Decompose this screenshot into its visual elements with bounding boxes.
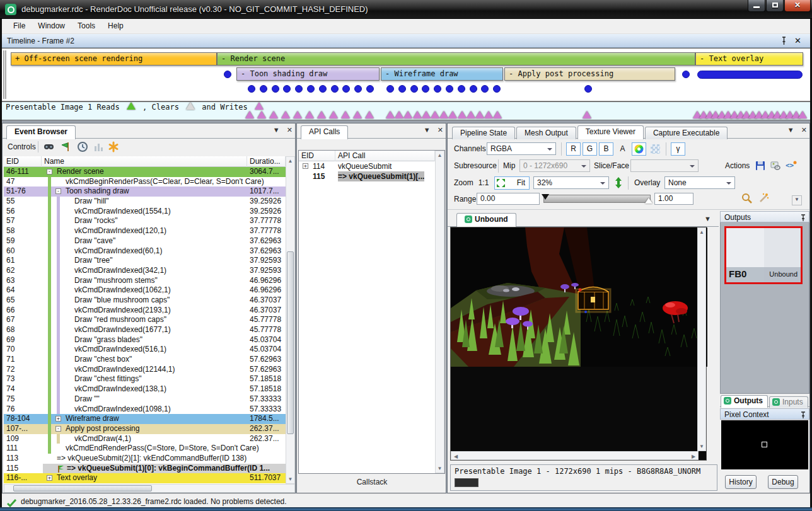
write-marker[interactable] bbox=[269, 111, 278, 118]
event-row[interactable]: 73Draw "chest fittings"57.18518 bbox=[4, 374, 286, 384]
event-row[interactable]: 47vkCmdBeginRenderPass(C=Clear, D=Clear,… bbox=[4, 177, 286, 187]
tab-capture-executable[interactable]: Capture Executable bbox=[645, 127, 728, 139]
timeline-bar-wireframe-draw[interactable]: - Wireframe draw bbox=[381, 67, 503, 81]
event-dot[interactable] bbox=[366, 85, 374, 93]
menu-help[interactable]: Help bbox=[102, 19, 130, 33]
event-row[interactable]: 74vkCmdDrawIndexed(138,1)57.18518 bbox=[4, 384, 286, 394]
minimize-button[interactable] bbox=[748, 0, 765, 12]
timeline-bar-apply-post-processing[interactable]: - Apply post processing bbox=[504, 67, 675, 81]
zoom-combo[interactable]: 32% bbox=[533, 176, 609, 189]
tab-unbound[interactable]: Unbound bbox=[456, 213, 516, 227]
event-row[interactable]: 58vkCmdDrawIndexed(120,1)37.77778 bbox=[4, 226, 286, 236]
gamma-button[interactable]: γ bbox=[671, 142, 685, 156]
write-marker[interactable] bbox=[317, 111, 326, 118]
column-api-call[interactable]: API Call bbox=[335, 151, 435, 161]
event-dot[interactable] bbox=[386, 85, 394, 93]
event-row[interactable]: 78-104+Wireframe draw1784.5... bbox=[4, 414, 286, 424]
event-row[interactable]: 75Draw ""57.33333 bbox=[4, 394, 286, 405]
scrollbar-thumb[interactable] bbox=[287, 251, 294, 434]
scroll-up-icon[interactable]: ▲ bbox=[286, 158, 294, 164]
event-browser-hscrollbar[interactable] bbox=[4, 484, 295, 493]
close-button[interactable]: ✕ bbox=[784, 0, 811, 12]
clock-icon[interactable] bbox=[77, 141, 88, 152]
column-name[interactable]: Name bbox=[42, 156, 247, 167]
event-row[interactable]: 107-...-Apply post processing262.37... bbox=[4, 424, 286, 434]
column-eid[interactable]: EID bbox=[4, 156, 42, 167]
texture-viewport[interactable]: ▲ ▼ ◀ ▶ bbox=[450, 227, 707, 461]
fb0-thumbnail[interactable]: FB0 Unbound bbox=[724, 226, 803, 284]
event-row[interactable]: 60vkCmdDrawIndexed(60,1)37.62963 bbox=[4, 246, 286, 256]
blue-channel-button[interactable]: B bbox=[599, 142, 613, 156]
tab-event-browser[interactable]: Event Browser bbox=[6, 125, 76, 139]
timeline-grip[interactable] bbox=[3, 50, 6, 99]
write-marker[interactable] bbox=[448, 111, 457, 118]
write-marker[interactable] bbox=[413, 111, 422, 118]
event-dot[interactable] bbox=[224, 71, 231, 78]
red-channel-button[interactable]: R bbox=[566, 142, 581, 156]
event-dot[interactable] bbox=[307, 85, 315, 93]
event-row[interactable]: 56vkCmdDrawIndexed(1554,1)39.25926 bbox=[4, 207, 286, 217]
menu-window[interactable]: Window bbox=[32, 19, 71, 33]
write-marker[interactable] bbox=[281, 111, 290, 118]
bookmark-flag-icon[interactable] bbox=[61, 141, 72, 152]
column-duration[interactable]: Duratio... bbox=[247, 156, 286, 167]
callstack-label[interactable]: Callstack bbox=[297, 478, 447, 486]
event-row[interactable]: 113=> vkQueueSubmit(2)[1]: vkEndCommandB… bbox=[4, 454, 286, 464]
time-stats-icon[interactable] bbox=[93, 141, 104, 152]
write-marker[interactable] bbox=[431, 111, 439, 118]
mip-combo[interactable]: 0 - 1272x690 bbox=[519, 159, 590, 172]
timeline-bar-off-screen-scene-rendering[interactable]: + Off-screen scene rendering bbox=[11, 52, 217, 66]
event-row[interactable]: 69Draw "grass blades"45.03704 bbox=[4, 335, 286, 345]
tab-pipeline-state[interactable]: Pipeline State bbox=[452, 127, 515, 139]
range-white-marker[interactable] bbox=[645, 198, 652, 204]
scroll-down-icon[interactable]: ▼ bbox=[436, 466, 444, 471]
event-row[interactable]: 55Draw "hill"39.25926 bbox=[4, 197, 286, 207]
write-marker[interactable] bbox=[395, 111, 403, 118]
panel-close-icon[interactable]: ✕ bbox=[287, 126, 293, 134]
timeline-panel-header[interactable]: Timeline - Frame #2 ✕ bbox=[2, 34, 810, 48]
api-columns-header[interactable]: EID API Call bbox=[299, 151, 435, 161]
scroll-left-icon[interactable]: ◀ bbox=[453, 454, 459, 459]
write-marker[interactable] bbox=[493, 111, 502, 118]
pin-icon[interactable] bbox=[800, 214, 806, 221]
write-marker[interactable] bbox=[583, 111, 591, 118]
timeline-bar-toon-shading-draw[interactable]: - Toon shading draw bbox=[236, 67, 380, 81]
event-row[interactable]: 57Draw "rocks"37.77778 bbox=[4, 216, 286, 226]
event-dot[interactable] bbox=[283, 85, 291, 93]
write-marker[interactable] bbox=[475, 111, 484, 118]
timeline-body[interactable]: + Off-screen scene rendering- Render sce… bbox=[2, 48, 810, 101]
event-row[interactable]: 46-111-Render scene3064.7... bbox=[4, 167, 286, 177]
api-call-row[interactable]: +114vkQueueSubmit bbox=[299, 161, 434, 171]
event-dot[interactable] bbox=[410, 85, 418, 93]
tab-api-calls[interactable]: API Calls bbox=[301, 125, 348, 139]
event-row[interactable]: 62vkCmdDrawIndexed(342,1)37.92593 bbox=[4, 266, 286, 276]
event-dot[interactable] bbox=[272, 85, 279, 93]
open-link-icon[interactable] bbox=[770, 161, 782, 172]
expander-minus[interactable]: - bbox=[55, 426, 61, 432]
event-row[interactable]: 115=> vkQueueSubmit(1)[0]: vkBeginComman… bbox=[4, 464, 286, 474]
find-event-icon[interactable] bbox=[43, 141, 54, 152]
channels-combo[interactable]: RGBA bbox=[487, 142, 556, 155]
event-row[interactable]: 66vkCmdDrawIndexed(2193,1)46.37037 bbox=[4, 306, 286, 316]
event-row[interactable]: 70vkCmdDrawIndexed(516,1)45.03704 bbox=[4, 345, 286, 355]
green-channel-button[interactable]: G bbox=[583, 142, 597, 156]
write-marker[interactable] bbox=[484, 111, 493, 118]
event-row[interactable]: 111vkCmdEndRenderPass(C=Store, D=Store, … bbox=[4, 444, 286, 454]
write-marker[interactable] bbox=[458, 111, 467, 118]
event-dot[interactable] bbox=[458, 85, 465, 93]
event-dot[interactable] bbox=[422, 85, 429, 93]
event-row[interactable]: 71Draw "chest box"57.62963 bbox=[4, 355, 286, 365]
scroll-up-icon[interactable]: ▲ bbox=[436, 152, 444, 158]
write-marker[interactable] bbox=[403, 111, 412, 118]
expander-minus[interactable]: - bbox=[47, 169, 52, 175]
event-row[interactable]: 109vkCmdDraw(4,1)262.37... bbox=[4, 434, 286, 444]
viewport-vscrollbar[interactable]: ▲ ▼ bbox=[697, 227, 706, 451]
event-dot[interactable] bbox=[260, 85, 267, 93]
api-calls-vscrollbar[interactable]: ▲ ▼ bbox=[435, 151, 444, 473]
range-min-field[interactable]: 0.00 bbox=[477, 193, 540, 205]
save-texture-icon[interactable] bbox=[755, 161, 767, 172]
event-row[interactable]: 59Draw "cave"37.62963 bbox=[4, 236, 286, 246]
event-dot[interactable] bbox=[354, 85, 362, 93]
zoom-fit-button[interactable]: Fit bbox=[494, 176, 530, 190]
chevron-down-icon[interactable]: ▼ bbox=[704, 215, 711, 222]
